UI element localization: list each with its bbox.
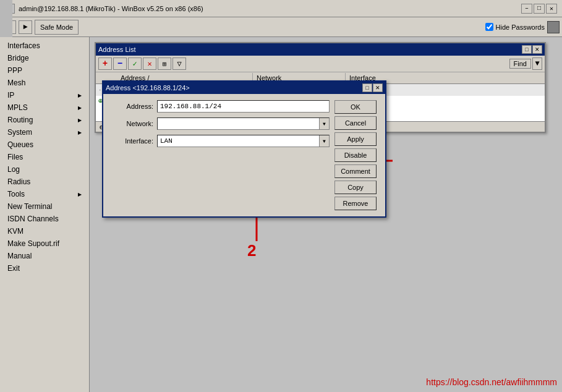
title-text: admin@192.168.88.1 (MikroTik) - WinBox v… xyxy=(19,5,203,12)
network-field-label: Network: xyxy=(111,120,157,127)
interface-field-label: Interface: xyxy=(111,137,157,145)
remove-button[interactable]: Remove xyxy=(334,197,377,210)
sidebar-item-radius[interactable]: Radius xyxy=(0,176,89,188)
address-list-title-bar: Address List □ ✕ xyxy=(96,43,545,56)
dialog-restore-button[interactable]: □ xyxy=(362,83,372,92)
enable-button[interactable]: ✓ xyxy=(128,58,142,70)
sidebar-item-mpls[interactable]: MPLS ▶ xyxy=(0,101,89,114)
hide-passwords-checkbox[interactable] xyxy=(485,23,493,31)
disable-toolbar-button[interactable]: ✕ xyxy=(143,58,156,70)
ok-button[interactable]: OK xyxy=(334,100,377,114)
address-field-label: Address: xyxy=(111,103,157,110)
sidebar-item-queues[interactable]: Queues xyxy=(0,138,89,151)
address-input[interactable] xyxy=(157,100,330,113)
mpls-arrow-icon: ▶ xyxy=(78,105,82,111)
interface-select[interactable]: LAN ▼ xyxy=(157,135,330,147)
sidebar-item-manual[interactable]: Manual xyxy=(0,250,89,262)
annotation-label-2: 2 xyxy=(247,241,256,260)
title-buttons: – □ ✕ xyxy=(521,4,557,14)
ip-arrow-icon: ▶ xyxy=(78,93,82,98)
address-list-title-buttons: □ ✕ xyxy=(522,45,542,54)
comment-button[interactable]: Comment xyxy=(334,164,377,178)
lock-icon xyxy=(547,21,560,33)
sidebar-item-ppp[interactable]: PPP xyxy=(0,64,89,77)
address-list-toolbar: + − ✓ ✕ ⊞ ▽ Find ▼ xyxy=(96,56,545,72)
filter-button[interactable]: ▽ xyxy=(172,58,186,70)
interface-dropdown-arrow[interactable]: ▼ xyxy=(319,135,329,147)
remove-toolbar-button[interactable]: − xyxy=(113,58,127,70)
sidebar-item-routing[interactable]: Routing ▶ xyxy=(0,114,89,126)
sidebar-item-mesh[interactable]: Mesh xyxy=(0,77,89,89)
copy-toolbar-button[interactable]: ⊞ xyxy=(158,58,171,70)
system-arrow-icon: ▶ xyxy=(78,130,82,135)
network-dropdown-arrow[interactable]: ▼ xyxy=(319,118,329,129)
address-list-window: Address List □ ✕ + − ✓ ✕ ⊞ ▽ Find ▼ xyxy=(95,42,546,133)
interface-value: LAN xyxy=(158,137,175,145)
sidebar-item-exit[interactable]: Exit xyxy=(0,262,89,275)
maximize-button[interactable]: □ xyxy=(534,4,545,14)
safe-mode-button[interactable]: Safe Mode xyxy=(35,20,79,35)
watermark: https://blog.csdn.net/awfiihmmmm xyxy=(426,377,557,387)
disable-button[interactable]: Disable xyxy=(334,148,377,162)
dialog-body: Address: Network: ▼ xyxy=(103,94,385,216)
close-button[interactable]: ✕ xyxy=(546,4,557,14)
interface-field-row: Interface: LAN ▼ xyxy=(111,135,330,147)
find-dropdown[interactable]: ▼ xyxy=(532,58,542,70)
main-layout: RouterOS WinBox Interfaces Bridge PPP Me… xyxy=(0,37,562,392)
address-dialog: Address <192.168.88.1/24> □ ✕ Address: xyxy=(102,80,386,218)
content-area: Address List □ ✕ + − ✓ ✕ ⊞ ▽ Find ▼ xyxy=(90,37,562,392)
sidebar-item-make-supout[interactable]: Make Supout.rif xyxy=(0,237,89,250)
sidebar-item-kvm[interactable]: KVM xyxy=(0,225,89,237)
find-button[interactable]: Find xyxy=(509,59,531,69)
cancel-button[interactable]: Cancel xyxy=(334,116,377,130)
tools-arrow-icon: ▶ xyxy=(78,192,82,197)
address-list-title: Address List xyxy=(98,46,136,53)
forward-button[interactable]: ► xyxy=(19,20,32,34)
title-bar-left: W admin@192.168.88.1 (MikroTik) - WinBox… xyxy=(5,4,203,14)
sidebar: Interfaces Bridge PPP Mesh IP ▶ MPLS ▶ R… xyxy=(0,37,90,392)
sidebar-wrapper: RouterOS WinBox Interfaces Bridge PPP Me… xyxy=(0,37,90,392)
title-bar: W admin@192.168.88.1 (MikroTik) - WinBox… xyxy=(0,0,562,17)
address-field-row: Address: xyxy=(111,100,330,113)
dialog-buttons: OK Cancel Apply Disable Comment Copy Rem… xyxy=(334,100,378,210)
add-button[interactable]: + xyxy=(98,58,112,70)
minimize-button[interactable]: – xyxy=(521,4,532,14)
sidebar-item-interfaces[interactable]: Interfaces xyxy=(0,40,89,52)
dialog-title-bar: Address <192.168.88.1/24> □ ✕ xyxy=(103,82,385,94)
sidebar-item-tools[interactable]: Tools ▶ xyxy=(0,188,89,200)
sidebar-item-files[interactable]: Files xyxy=(0,151,89,163)
routing-arrow-icon: ▶ xyxy=(78,117,82,123)
sidebar-item-isdn[interactable]: ISDN Channels xyxy=(0,213,89,225)
hide-passwords-label: Hide Passwords xyxy=(496,23,545,31)
dialog-fields: Address: Network: ▼ xyxy=(111,100,330,210)
sidebar-item-log[interactable]: Log xyxy=(0,163,89,176)
sidebar-item-bridge[interactable]: Bridge xyxy=(0,52,89,64)
network-select[interactable]: ▼ xyxy=(157,117,330,130)
network-field-row: Network: ▼ xyxy=(111,117,330,130)
hide-passwords-area: Hide Passwords xyxy=(485,21,560,33)
sidebar-item-new-terminal[interactable]: New Terminal xyxy=(0,200,89,213)
main-toolbar: ◄ ► Safe Mode Hide Passwords xyxy=(0,17,562,37)
dialog-close-button[interactable]: ✕ xyxy=(373,83,383,92)
sidebar-item-system[interactable]: System ▶ xyxy=(0,126,89,138)
copy-button[interactable]: Copy xyxy=(334,181,377,194)
apply-button[interactable]: Apply xyxy=(334,132,377,146)
dialog-title-buttons: □ ✕ xyxy=(362,83,383,92)
dialog-title: Address <192.168.88.1/24> xyxy=(106,84,190,92)
address-list-close-button[interactable]: ✕ xyxy=(532,45,542,54)
sidebar-item-ip[interactable]: IP ▶ xyxy=(0,89,89,101)
address-list-restore-button[interactable]: □ xyxy=(522,45,532,54)
